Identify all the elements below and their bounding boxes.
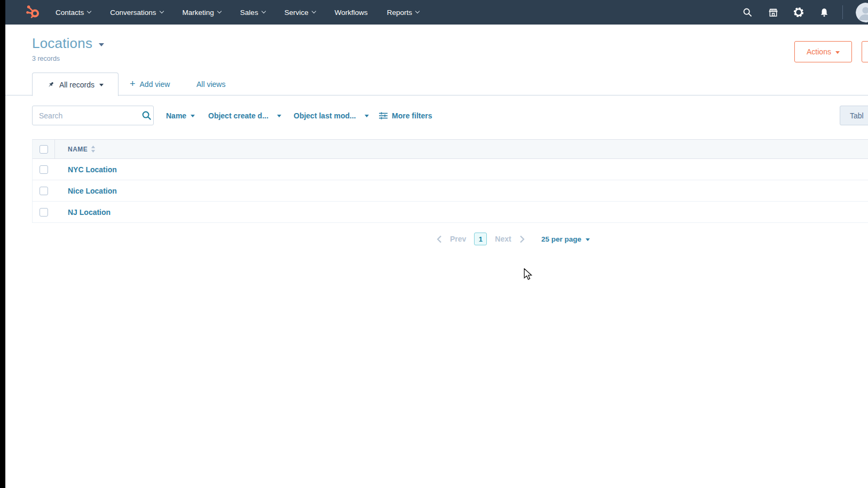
column-header-name[interactable]: NAME [55,140,96,158]
nav-item-label: Marketing [183,9,214,17]
table-toggle-label: Tabl [850,111,864,120]
avatar[interactable] [856,3,868,22]
search-submit-icon[interactable] [140,106,153,125]
create-button-cutoff[interactable] [862,41,868,62]
top-navbar: Contacts Conversations Marketing Sales S… [0,0,868,25]
filter-name-dropdown[interactable]: Name [166,106,195,125]
column-header-label: NAME [68,146,88,153]
filter-label: Object last mod... [294,111,356,120]
actions-button-label: Actions [807,47,831,56]
object-type-selector[interactable]: Locations [32,35,104,52]
nav-item-service[interactable]: Service [285,9,315,17]
nav-item-label: Contacts [56,9,84,17]
sort-icon[interactable] [91,146,96,153]
nav-item-conversations[interactable]: Conversations [110,9,163,17]
select-all-checkbox[interactable] [40,145,48,154]
nav-item-reports[interactable]: Reports [387,9,419,17]
letterbox-left [0,0,5,488]
chevron-down-icon [99,84,104,86]
table-row: NYC Location [33,159,868,180]
row-checkbox[interactable] [40,165,48,174]
nav-item-marketing[interactable]: Marketing [183,9,221,17]
search-box [32,106,154,125]
filter-create-date-dropdown[interactable]: Object create d... [208,106,281,125]
row-checkbox[interactable] [40,187,48,195]
app-window: Contacts Conversations Marketing Sales S… [0,0,868,488]
filter-label: Object create d... [208,111,269,120]
table-row: NJ Location [33,202,868,223]
sliders-icon [379,112,388,119]
filter-label: Name [166,111,186,120]
nav-menu: Contacts Conversations Marketing Sales S… [56,9,419,17]
chevron-down-icon [99,43,104,46]
nav-item-label: Workflows [335,9,368,17]
chevron-down-icon [159,9,163,13]
marketplace-icon[interactable] [768,7,778,18]
page-header: Locations 3 records [32,35,104,62]
nav-item-contacts[interactable]: Contacts [56,9,91,17]
chevron-down-icon [87,9,91,13]
chevron-left-icon[interactable] [437,235,442,243]
chevron-down-icon [311,9,315,13]
records-table: NAME NYC Location Nice Location [32,139,868,223]
navbar-right [742,3,868,22]
chevron-down-icon [586,238,590,241]
chevron-down-icon [261,9,265,13]
all-views-link[interactable]: All views [196,73,225,96]
page-title: Locations [32,35,92,52]
chevron-down-icon [365,115,369,117]
row-checkbox-cell [33,187,55,195]
nav-item-sales[interactable]: Sales [240,9,265,17]
nav-item-workflows[interactable]: Workflows [335,9,368,17]
tab-label: All records [59,81,94,89]
nav-item-label: Reports [387,9,412,17]
nav-item-label: Sales [240,9,258,17]
row-checkbox[interactable] [40,208,48,217]
pin-icon [47,81,54,89]
current-page-indicator: 1 [474,233,487,245]
chevron-right-icon[interactable] [519,235,525,243]
record-link[interactable]: NYC Location [68,165,117,174]
mouse-cursor [523,268,533,282]
row-checkbox-cell [33,165,55,174]
more-filters-button[interactable]: More filters [379,106,432,125]
bell-icon[interactable] [819,7,830,18]
table-view-toggle-cutoff[interactable]: Tabl [840,106,868,125]
nav-divider [842,5,843,19]
chevron-down-icon [217,9,222,13]
row-checkbox-cell [33,208,55,217]
chevron-down-icon [835,51,840,54]
per-page-label: 25 per page [541,235,581,243]
hubspot-logo-icon[interactable] [25,4,41,21]
tab-all-records[interactable]: All records [32,73,119,96]
per-page-dropdown[interactable]: 25 per page [541,233,590,245]
record-link[interactable]: Nice Location [68,187,117,195]
next-button[interactable]: Next [495,235,511,243]
add-view-label: Add view [140,80,170,89]
search-icon[interactable] [742,7,753,18]
navbar-left: Contacts Conversations Marketing Sales S… [25,4,419,21]
pagination: Prev 1 Next [437,233,525,245]
nav-item-label: Conversations [110,9,156,17]
table-header-row: NAME [33,140,868,159]
add-view-button[interactable]: + Add view [130,73,170,96]
record-link[interactable]: NJ Location [68,208,111,217]
header-checkbox-cell [33,140,55,158]
filter-last-modified-dropdown[interactable]: Object last mod... [294,106,369,125]
table-row: Nice Location [33,180,868,202]
chevron-down-icon [277,115,281,117]
record-count: 3 records [32,55,104,62]
plus-icon: + [130,78,136,90]
gear-icon[interactable] [793,7,804,18]
nav-item-label: Service [285,9,309,17]
chevron-down-icon [191,115,195,117]
actions-button[interactable]: Actions [794,41,852,62]
search-input[interactable] [33,111,140,120]
chevron-down-icon [415,9,420,13]
all-views-label: All views [196,80,225,89]
more-filters-label: More filters [392,111,432,120]
prev-button[interactable]: Prev [450,235,466,243]
